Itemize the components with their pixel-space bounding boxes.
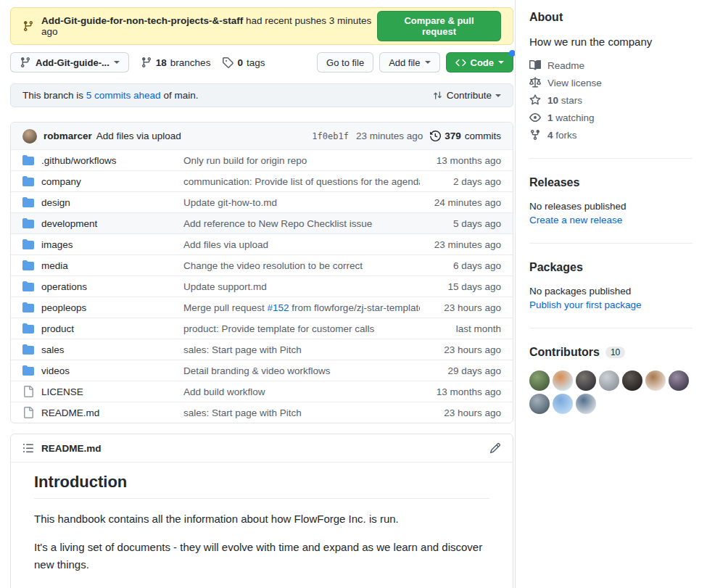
contributor-avatar[interactable] <box>529 370 550 391</box>
readme-paragraph: The handbook is here for the whole compa… <box>34 584 489 588</box>
branch-selector-button[interactable]: Add-Git-guide-... <box>10 52 129 73</box>
recent-push-banner: Add-Git-guide-for-non-tech-projects-&-st… <box>10 7 513 45</box>
file-row[interactable]: productproduct: Provide template for cus… <box>11 318 513 339</box>
file-commit-time: 15 days ago <box>420 281 501 292</box>
contributor-avatar[interactable] <box>576 394 596 414</box>
compare-pull-request-button[interactable]: Compare & pull request <box>377 11 501 41</box>
commit-message-link[interactable]: Update support.md <box>183 281 420 292</box>
file-name-link[interactable]: videos <box>41 365 183 376</box>
folder-icon <box>22 260 34 271</box>
file-icon <box>22 386 34 397</box>
file-row[interactable]: developmentAdd reference to New Repo Che… <box>11 212 513 233</box>
list-unordered-icon[interactable] <box>22 442 34 454</box>
packages-empty-text: No packages published <box>529 286 692 297</box>
branch-status-prefix: This branch is <box>22 90 83 101</box>
file-row[interactable]: companycommunication: Provide list of qu… <box>11 170 513 191</box>
contributor-avatar[interactable] <box>529 394 550 414</box>
add-file-button[interactable]: Add file <box>379 52 439 73</box>
commit-message-link[interactable]: Add build workflow <box>183 386 420 397</box>
commit-message-link[interactable]: Detail branding & video workflows <box>183 365 420 376</box>
pull-request-link[interactable]: #152 <box>268 302 289 313</box>
repo-toolbar: Add-Git-guide-... 18 branches 0 tags Go … <box>10 52 513 73</box>
eye-icon <box>529 112 541 123</box>
commit-message-link[interactable]: Update git-how-to.md <box>183 197 420 208</box>
file-row[interactable]: README.mdsales: Start page with Pitch23 … <box>11 402 513 423</box>
file-name-link[interactable]: sales <box>41 344 183 355</box>
file-icon <box>22 407 34 418</box>
contribute-button[interactable]: Contribute <box>432 90 501 101</box>
readme-filename: README.md <box>41 443 102 454</box>
file-row[interactable]: .github/workflowsOnly run build for orig… <box>11 149 513 170</box>
contribute-label: Contribute <box>447 90 492 101</box>
contributor-avatar[interactable] <box>599 370 619 391</box>
commit-message-link[interactable]: communication: Provide list of questions… <box>183 176 420 187</box>
file-name-link[interactable]: LICENSE <box>41 386 183 397</box>
commit-message-link[interactable]: sales: Start page with Pitch <box>183 344 420 355</box>
readme-body: Introduction This handbook contains all … <box>11 463 513 588</box>
commit-message-link[interactable]: sales: Start page with Pitch <box>183 407 420 418</box>
commit-time: 23 minutes ago <box>356 131 423 141</box>
commit-message-link[interactable]: Merge pull request #152 from flowforge/z… <box>183 302 420 313</box>
contributor-avatar[interactable] <box>576 370 596 391</box>
file-navigator: robmarcer Add files via upload 1f0eb1f 2… <box>10 122 513 423</box>
commit-message[interactable]: Add files via upload <box>96 131 181 141</box>
file-row[interactable]: videosDetail branding & video workflows2… <box>11 360 513 381</box>
commit-hash[interactable]: 1f0eb1f <box>312 131 349 141</box>
branch-status-suffix: of main. <box>163 90 198 101</box>
publish-package-link[interactable]: Publish your first package <box>529 299 692 310</box>
contributor-avatar[interactable] <box>669 370 689 391</box>
tag-icon <box>222 57 233 68</box>
file-name-link[interactable]: company <box>41 176 183 187</box>
main-column: Add-Git-guide-for-non-tech-projects-&-st… <box>10 7 513 588</box>
file-name-link[interactable]: operations <box>41 281 183 292</box>
file-name-link[interactable]: media <box>41 260 183 271</box>
file-row[interactable]: LICENSEAdd build workflow13 months ago <box>11 381 513 402</box>
folder-icon <box>22 365 34 376</box>
commits-history-link[interactable]: 379 commits <box>430 131 501 141</box>
commit-message-link[interactable]: product: Provide template for customer c… <box>183 323 420 334</box>
contributor-avatar[interactable] <box>553 370 573 391</box>
chevron-down-icon <box>495 94 501 97</box>
sidebar-item-stars[interactable]: 10 stars <box>529 94 692 106</box>
file-row[interactable]: operationsUpdate support.md15 days ago <box>11 276 513 297</box>
license-link-label: View license <box>547 78 602 88</box>
file-row[interactable]: imagesAdd files via upload23 minutes ago <box>11 233 513 254</box>
commit-message-link[interactable]: Change the video resolution to be correc… <box>183 260 420 271</box>
contributor-avatar[interactable] <box>553 394 573 414</box>
create-release-link[interactable]: Create a new release <box>529 215 692 225</box>
folder-icon <box>22 196 34 208</box>
contributor-avatar[interactable] <box>622 370 642 391</box>
file-name-link[interactable]: development <box>41 218 183 229</box>
pencil-icon[interactable] <box>489 442 501 454</box>
sidebar: About How we run the company Readme View… <box>515 0 707 588</box>
file-name-link[interactable]: design <box>41 197 183 208</box>
file-row[interactable]: peopleopsMerge pull request #152 from fl… <box>11 297 513 318</box>
file-name-link[interactable]: product <box>41 323 183 334</box>
commit-author[interactable]: robmarcer <box>44 131 92 141</box>
commits-ahead-link[interactable]: 5 commits ahead <box>86 90 161 101</box>
file-row[interactable]: salessales: Start page with Pitch23 hour… <box>11 339 513 360</box>
commit-message-link[interactable]: Add reference to New Repo Checklist issu… <box>183 218 420 229</box>
tags-link[interactable]: 0 tags <box>222 57 265 68</box>
code-button-label: Code <box>471 57 495 68</box>
sidebar-item-forks[interactable]: 4 forks <box>529 129 692 141</box>
contributor-avatar[interactable] <box>645 370 666 391</box>
go-to-file-button[interactable]: Go to file <box>317 52 373 73</box>
folder-icon <box>22 344 34 355</box>
file-name-link[interactable]: .github/workflows <box>41 155 183 166</box>
author-avatar[interactable] <box>22 129 37 144</box>
code-button[interactable]: Code <box>446 52 514 73</box>
file-name-link[interactable]: images <box>41 239 183 250</box>
sidebar-item-watching[interactable]: 1 watching <box>529 112 692 123</box>
file-row[interactable]: mediaChange the video resolution to be c… <box>11 254 513 276</box>
sidebar-item-license[interactable]: View license <box>529 77 692 88</box>
file-commit-time: last month <box>420 323 501 334</box>
commit-message-link[interactable]: Only run build for origin repo <box>183 155 420 166</box>
branches-link[interactable]: 18 branches <box>141 57 211 68</box>
file-name-link[interactable]: README.md <box>41 407 183 418</box>
sidebar-item-readme[interactable]: Readme <box>529 59 692 71</box>
commit-message-link[interactable]: Add files via upload <box>183 239 420 250</box>
file-row[interactable]: designUpdate git-how-to.md24 minutes ago <box>11 191 513 212</box>
releases-title: Releases <box>529 176 692 189</box>
file-name-link[interactable]: peopleops <box>41 302 183 313</box>
